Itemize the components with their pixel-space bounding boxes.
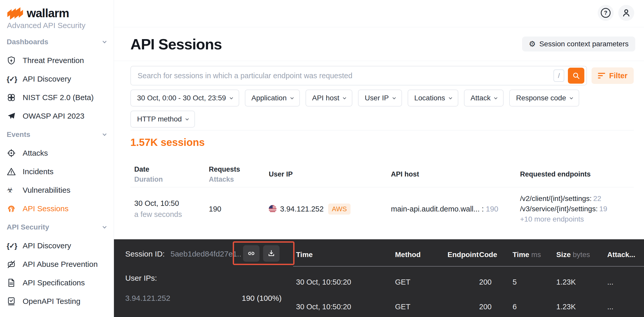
request-size: 1.23K [556,278,576,286]
sidebar-item-api-discovery-2[interactable]: {✓} API Discovery [0,236,114,255]
locations-filter[interactable]: Locations [408,90,458,107]
user-icon [621,8,631,18]
user-menu-button[interactable] [618,5,634,21]
nav-section-api-security[interactable]: API Security [0,218,114,236]
chevron-down-icon [494,96,498,99]
user-ip-filter[interactable]: User IP [358,90,402,107]
filter-button[interactable]: Filter [592,67,634,84]
col-time-ms: Timems [513,251,541,259]
sidebar-item-incidents[interactable]: Incidents [0,162,114,181]
sidebar-nav: Dashboards Threat Prevention {✓} API Dis… [0,33,114,311]
braces-check-icon: {✓} [7,242,19,250]
nav-section-dashboards[interactable]: Dashboards [0,33,114,51]
col-user-ip: User IP [269,170,391,178]
request-method: GET [395,278,410,286]
attack-filter[interactable]: Attack [464,90,504,107]
session-details-panel: Session ID: 5aeb1ded84fd27e1.. User IPs:… [114,239,644,317]
brand-name: wallarm [27,6,69,20]
request-size: 1.23K [556,303,576,311]
col-attack: Attack... [607,251,635,259]
sidebar-item-openapi-testing[interactable]: OpenAPI Testing [0,292,114,311]
user-ips-label: User IPs: [125,274,157,283]
endpoint-path: /v2/client/{int}/settings: [520,195,592,202]
request-time: 30 Oct, 10:50:20 [296,303,351,311]
session-user-ip: 3.94.121.252 [280,205,324,213]
clover-icon [7,93,19,102]
search-button[interactable] [568,68,584,84]
gear-icon: ⚙ [529,40,536,48]
api-host-filter[interactable]: API host [306,90,353,107]
application-filter[interactable]: Application [245,90,300,107]
session-actions [243,245,280,262]
size-unit-label: bytes [571,251,590,259]
more-endpoints-link[interactable]: +10 more endpoints [520,215,634,223]
sidebar: wallarm Advanced API Security Dashboards… [0,0,114,317]
brand-subtitle: Advanced API Security [7,21,85,30]
session-date: 30 Oct, 10:50 [134,199,209,208]
sessions-table: Date Duration Requests Attacks User IP A… [130,162,634,223]
endpoint-count: 22 [592,195,601,202]
nav-section-events[interactable]: Events [0,125,114,144]
sidebar-item-api-sessions[interactable]: API Sessions [0,199,114,218]
sidebar-item-nist-csf[interactable]: NIST CSF 2.0 (Beta) [0,88,114,107]
filter-chips-row-2: HTTP method [130,111,634,128]
sidebar-item-api-abuse-prevention[interactable]: API Abuse Prevention [0,255,114,274]
sidebar-item-vulnerabilities[interactable]: ☣ Vulnerabilities [0,181,114,199]
sidebar-item-threat-prevention[interactable]: Threat Prevention [0,51,114,70]
section-divider [130,130,634,130]
chevron-down-icon [449,96,452,99]
api-host-separator: : [482,205,484,213]
warning-triangle-icon [7,167,19,176]
session-id-label: Session ID: [125,250,165,258]
brand-logo[interactable]: wallarm [7,6,69,20]
chevron-down-icon [103,132,107,136]
link-icon [247,249,255,258]
slash-shortcut-hint: / [553,69,564,82]
session-id-value: 5aeb1ded84fd27e1.. [171,250,241,258]
chevron-down-icon [230,96,233,99]
sidebar-item-owasp-api[interactable]: OWASP API 2023 [0,107,114,125]
sidebar-item-attacks[interactable]: Attacks [0,144,114,162]
sidebar-item-api-specifications[interactable]: API Specifications [0,274,114,292]
robot-slash-icon [7,260,19,269]
page-title: API Sessions [130,36,222,53]
sidebar-item-api-discovery[interactable]: {✓} API Discovery [0,70,114,88]
search-icon [572,72,580,80]
requested-endpoints-cell: /v2/client/{int}/settings:22 /v3/service… [520,195,634,223]
col-attacks: Attacks [209,175,269,183]
request-code: 200 [479,303,491,311]
session-row[interactable]: 30 Oct, 10:50 a few seconds 190 3.94.121… [130,187,634,223]
chevron-down-icon [343,96,346,99]
help-button[interactable]: ? [598,5,614,21]
sessions-count-title: 1.57K sessions [130,137,205,148]
document-icon [7,278,19,287]
filter-chips-row-1: 30 Oct, 0:00 - 30 Oct, 23:59 Application… [130,90,634,107]
col-date: Date [134,165,209,173]
date-range-filter[interactable]: 30 Oct, 0:00 - 30 Oct, 23:59 [130,90,239,107]
wallarm-logo-icon [7,6,24,20]
user-ip-share: 190 (100%) [242,294,282,303]
filter-icon [598,73,605,78]
book-check-icon [7,297,19,306]
chevron-down-icon [570,96,573,99]
request-attack: ... [607,278,613,286]
download-button[interactable] [263,245,280,262]
endpoint-path: /v3/service/{int}/settings: [520,205,598,213]
response-code-filter[interactable]: Response code [509,90,579,107]
col-requested-endpoints: Requested endpoints [520,170,634,178]
copy-link-button[interactable] [243,245,260,262]
http-method-filter[interactable]: HTTP method [130,111,195,128]
panel-header-rule [293,266,644,267]
request-attack: ... [607,303,613,311]
paper-plane-icon [7,111,19,121]
us-flag-icon [269,205,276,213]
endpoint-count: 19 [598,205,607,213]
panel-user-ip[interactable]: 3.94.121.252 [125,294,170,303]
search-input[interactable] [138,72,553,80]
chevron-down-icon [103,39,107,43]
request-code: 200 [479,278,491,286]
braces-check-icon: {✓} [7,75,19,83]
session-context-parameters-button[interactable]: ⚙ Session context parameters [522,37,635,51]
shield-bolt-icon [7,56,19,65]
session-requests: 190 [209,205,269,213]
